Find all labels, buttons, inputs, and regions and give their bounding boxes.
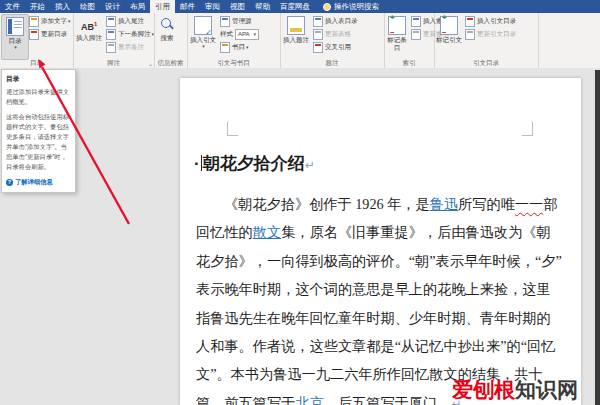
- document-title: ·朝花夕拾介绍↵: [194, 152, 315, 175]
- ribbon-group-信息检索: 搜索信息检索: [154, 13, 188, 68]
- tab-引用[interactable]: 引用: [150, 0, 175, 13]
- hyperlink[interactable]: 北京: [295, 395, 323, 405]
- dropdown-arrow-icon: ▾: [202, 44, 205, 49]
- text-run: 所写的唯: [458, 196, 515, 212]
- style-value-select[interactable]: APA▾: [235, 29, 259, 40]
- text-run: 部: [543, 196, 557, 212]
- insert-footnote-button[interactable]: AB1插入脚注: [74, 14, 104, 58]
- button-label: 插入脚注: [76, 34, 102, 42]
- margin-corner-mark-right: [522, 122, 533, 136]
- button-label: 下一条脚注: [118, 30, 151, 39]
- lightbulb-icon: [323, 3, 331, 11]
- mark-entry-icon: [388, 16, 406, 35]
- mark-entry-button[interactable]: 标记条目: [385, 14, 409, 58]
- insert-endnote-icon: [106, 16, 116, 27]
- style-value: APA: [238, 31, 250, 37]
- update-toc-button[interactable]: 更新目录: [29, 28, 71, 40]
- bibliography-button[interactable]: 书目▾: [220, 41, 259, 53]
- toc-icon: [6, 17, 24, 36]
- next-footnote-icon: [106, 29, 116, 40]
- dropdown-arrow-icon: ▾: [68, 19, 71, 24]
- group-label: 引文目录: [434, 58, 538, 68]
- text-run: 回忆性的: [196, 224, 253, 240]
- tooltip-title: 目录: [6, 74, 72, 84]
- doc-line: 《朝花夕拾》创作于 1926 年，是鲁迅所写的唯一一部: [196, 190, 556, 218]
- insert-endnote-button[interactable]: 插入尾注: [106, 15, 154, 27]
- button-label: 插入尾注: [118, 17, 144, 26]
- insert-table-of-figures-button[interactable]: 插入表目录: [313, 15, 358, 27]
- tooltip-body-1: 通过添加目录来提供文档概览。: [6, 87, 72, 107]
- tab-百度网盘[interactable]: 百度网盘: [275, 0, 315, 13]
- button-label: 显示备注: [118, 43, 144, 52]
- ribbon-group-脚注: AB1插入脚注插入尾注下一条脚注▾显示备注脚注⌄: [73, 13, 155, 68]
- add-text-button[interactable]: 添加文字▾: [29, 15, 71, 27]
- search-button[interactable]: 搜索: [155, 14, 179, 58]
- tab-设计[interactable]: 设计: [100, 0, 125, 13]
- document-body: 《朝花夕拾》创作于 1926 年，是鲁迅所写的唯一一部回忆性的散文集，原名《旧事…: [196, 190, 556, 405]
- tell-me-assist[interactable]: 操作说明搜索: [323, 0, 379, 13]
- tab-邮件[interactable]: 邮件: [175, 0, 200, 13]
- hyperlink[interactable]: 鲁迅: [430, 196, 458, 212]
- group-label: 题注: [280, 58, 384, 68]
- button-label: 插入引文目录: [477, 17, 516, 26]
- text-run: ，后五篇写于厦门。: [324, 395, 452, 405]
- group-label: 索引: [384, 58, 434, 68]
- button-label: 插入表目录: [325, 17, 358, 26]
- tab-审阅[interactable]: 审阅: [200, 0, 225, 13]
- next-footnote-button[interactable]: 下一条脚注▾: [106, 28, 154, 40]
- cross-reference-icon: [313, 42, 323, 53]
- doc-line: 回忆性的散文集，原名《旧事重提》，后由鲁迅改为《朝: [196, 218, 556, 246]
- text-run: 人和事。作者说，这些文章都是“从记忆中抄出来”的“回忆: [196, 338, 555, 354]
- button-label: 插入题注: [283, 36, 309, 44]
- group-label: 目录: [0, 58, 73, 68]
- dropdown-arrow-icon: ▾: [254, 32, 257, 37]
- insert-citation-button[interactable]: 插入引文▾: [188, 14, 218, 58]
- search-icon: [159, 16, 175, 33]
- insert-caption-button[interactable]: 插入题注: [281, 14, 311, 58]
- doc-line: 花夕拾》，一向得到极高的评价。“朝”表示早年时候，“夕”: [196, 247, 556, 275]
- citation-style-select[interactable]: 样式APA▾: [220, 28, 259, 40]
- group-label: 脚注: [73, 58, 154, 68]
- cross-reference-button[interactable]: 交叉引用: [313, 41, 358, 53]
- ribbon-group-引文与书目: 插入引文▾管理源样式APA▾书目▾引文与书目: [187, 13, 281, 68]
- insert-index-icon: [411, 16, 421, 27]
- button-label: 更新表格: [325, 30, 351, 39]
- insert-table-of-authorities-button[interactable]: 插入引文目录: [465, 15, 516, 27]
- manage-sources-button[interactable]: 管理源: [220, 15, 259, 27]
- tab-布局[interactable]: 布局: [125, 0, 150, 13]
- tell-me-more-label: 了解详细信息: [15, 178, 53, 187]
- mark-citation-button[interactable]: 标记引文: [435, 14, 463, 58]
- dialog-launcher-icon[interactable]: ⌄: [148, 61, 153, 67]
- button-label: 标记条目: [385, 36, 409, 51]
- doc-line: 人和事。作者说，这些文章都是“从记忆中抄出来”的“回忆: [196, 332, 556, 360]
- insert-table-of-authorities-icon: [465, 16, 475, 27]
- menubar: 文件开始插入绘图设计布局引用邮件审阅视图帮助百度网盘 操作说明搜索: [0, 0, 600, 13]
- ribbon-group-题注: 插入题注插入表目录更新表格交叉引用题注: [280, 13, 385, 68]
- dropdown-arrow-icon: ▾: [14, 45, 17, 50]
- tab-文件[interactable]: 文件: [0, 0, 25, 13]
- tab-插入[interactable]: 插入: [50, 0, 75, 13]
- tab-视图[interactable]: 视图: [225, 0, 250, 13]
- document-page[interactable]: ·朝花夕拾介绍↵ 《朝花夕拾》创作于 1926 年，是鲁迅所写的唯一一部回忆性的…: [180, 78, 581, 405]
- button-label: 书目: [232, 43, 245, 52]
- paragraph-mark: ↵: [305, 158, 315, 172]
- tab-绘图[interactable]: 绘图: [75, 0, 100, 13]
- button-label: 样式: [220, 30, 233, 39]
- watermark-dark: 知识网: [515, 378, 578, 401]
- tell-me-more-link[interactable]: ? 了解详细信息: [6, 178, 72, 187]
- doc-line: 指鲁迅先生在晚年回忆童年时期、少年时期、青年时期的: [196, 304, 556, 332]
- doc-line: 表示晚年时期，这个词的意思是早上的花晚上来捡，这里: [196, 275, 556, 303]
- show-notes-icon: [106, 42, 116, 53]
- update-table-icon: [313, 29, 323, 40]
- ribbon: 目录▾添加文字▾更新目录目录AB1插入脚注插入尾注下一条脚注▾显示备注脚注⌄搜索…: [0, 13, 600, 69]
- tell-me-label: 操作说明搜索: [334, 2, 379, 12]
- update-toc-icon: [29, 29, 39, 40]
- document-canvas: ·朝花夕拾介绍↵ 《朝花夕拾》创作于 1926 年，是鲁迅所写的唯一一部回忆性的…: [0, 68, 600, 405]
- text-cursor: [201, 155, 202, 171]
- hyperlink[interactable]: 散文: [253, 224, 281, 240]
- toc-button[interactable]: 目录▾: [1, 14, 29, 60]
- text-run: 表示晚年时期，这个词的意思是早上的花晚上来捡，这里: [196, 281, 551, 297]
- watermark: 爱刨根知识网: [452, 376, 578, 404]
- tab-帮助[interactable]: 帮助: [250, 0, 275, 13]
- tab-开始[interactable]: 开始: [25, 0, 50, 13]
